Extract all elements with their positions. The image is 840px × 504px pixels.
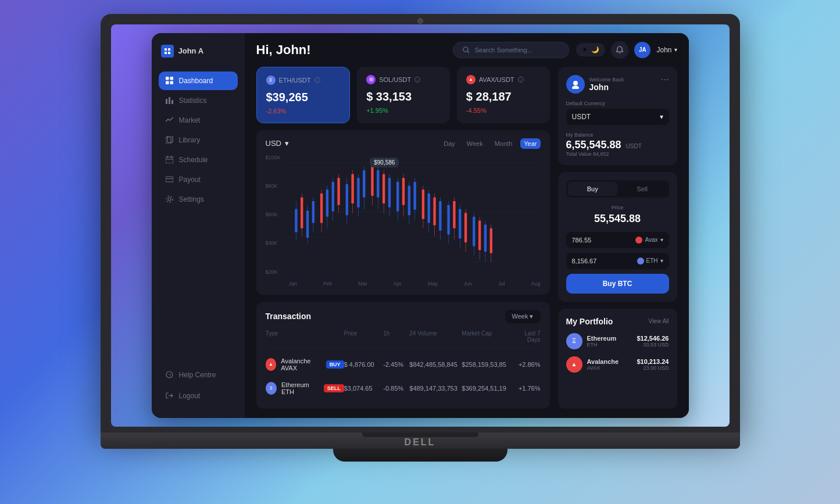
portfolio-item-eth[interactable]: Ξ Ethereum ETH $12,546.26 33.53 USD (566, 333, 669, 349)
search-bar[interactable]: Search Something... (453, 42, 569, 58)
sidebar-item-logout[interactable]: Logout (159, 387, 238, 405)
trade-input-eth[interactable]: 8,156.67 ETH ▾ (566, 253, 669, 269)
welcome-label: Welcome Back (589, 77, 624, 83)
time-btn-week[interactable]: Week (463, 138, 487, 149)
notification-button[interactable] (611, 41, 628, 59)
nav-dashboard-label: Dashboard (179, 77, 213, 85)
user-card-menu[interactable]: ⋯ (661, 75, 669, 84)
top-bar: Hi, John! Search Something... ☀ 🌙 (245, 33, 689, 67)
user-avatar-badge: JA (634, 42, 650, 58)
sidebar-item-dashboard[interactable]: Dashboard (159, 72, 238, 90)
dell-logo: DELL (405, 437, 436, 448)
avax-usd: 23.00 USD (637, 365, 669, 371)
portfolio-header: My Portfolio View All (566, 317, 669, 326)
table-row[interactable]: ▲ Avalanche AVAX BUY $ 4,876.00 -2.45% $… (266, 353, 541, 377)
svg-rect-101 (489, 228, 492, 253)
market-icon (166, 116, 173, 124)
currency-select[interactable]: USD ▾ (266, 139, 289, 148)
selected-currency: USDT (572, 113, 591, 121)
statistics-icon (166, 96, 173, 104)
nav-logout-label: Logout (179, 392, 201, 400)
eth-chevron-icon: ▾ (660, 258, 663, 264)
svg-rect-43 (306, 210, 308, 238)
svg-rect-3 (168, 52, 170, 54)
avax-portfolio-name: Avalanche (587, 358, 632, 365)
sidebar-user: John A (159, 45, 238, 58)
svg-rect-99 (484, 224, 486, 252)
avax-badge: BUY (326, 360, 344, 369)
ticker-card-eth[interactable]: Ξ ETH/USDT i $39,265 -2.63% (256, 67, 351, 123)
time-filters: Day Week Month Year (440, 138, 540, 149)
svg-rect-47 (320, 193, 322, 223)
ticker-card-avax[interactable]: ▲ AVAX/USDT i $ 28,187 -4.55% (457, 67, 550, 123)
trade-price-label: Price (566, 205, 669, 210)
svg-text:?: ? (169, 373, 171, 378)
ticker-card-sol[interactable]: ◎ SOL/USDT i $ 33,153 +1.95% (357, 67, 450, 123)
y-label-2: $60K (266, 212, 281, 217)
balance-amount: 6,55,545.88 (566, 139, 621, 151)
nav-schedule-label: Schedule (179, 156, 208, 164)
table-row[interactable]: Ξ Ethereum ETH SELL $3,074.65 -0.85% $48… (266, 377, 541, 401)
eth-portfolio-name: Ethereum (587, 335, 632, 342)
time-btn-day[interactable]: Day (440, 138, 459, 149)
user-menu-button[interactable]: John ▾ (656, 46, 677, 54)
svg-rect-81 (427, 193, 430, 223)
greeting: Hi, John! (256, 42, 446, 58)
sidebar-item-market[interactable]: Market (159, 111, 238, 130)
sell-tab[interactable]: Sell (617, 182, 667, 196)
svg-rect-93 (464, 213, 466, 242)
avax-7d: +2.86% (510, 361, 541, 368)
portfolio-item-avax[interactable]: ▲ Avalanche AVAX $10,213.24 23.00 USD (566, 356, 669, 373)
sidebar-item-payout[interactable]: Payout (159, 170, 238, 189)
sidebar-item-help[interactable]: ? Help Centre (159, 366, 238, 384)
svg-rect-1 (168, 48, 170, 51)
eth-currency-selector[interactable]: ETH ▾ (637, 258, 663, 264)
week-filter-label: Week ▾ (512, 313, 534, 320)
week-filter-button[interactable]: Week ▾ (505, 310, 541, 323)
y-label-3: $40K (266, 240, 281, 246)
currency-dropdown[interactable]: USDT ▾ (566, 109, 669, 125)
eth-input-value: 8,156.67 (572, 258, 597, 264)
sidebar-item-schedule[interactable]: Schedule (159, 151, 238, 169)
nav-settings-label: Settings (179, 195, 204, 203)
bell-icon (616, 46, 624, 54)
svg-line-25 (467, 51, 469, 53)
x-label-feb: Feb (323, 281, 333, 287)
x-label-jul: Jul (498, 281, 505, 287)
time-btn-year[interactable]: Year (520, 138, 540, 149)
chart-section: USD ▾ Day Week Month Year (256, 130, 550, 295)
view-all-button[interactable]: View All (649, 318, 669, 324)
currency-dropdown-icon: ▾ (660, 113, 663, 121)
buy-tab[interactable]: Buy (568, 182, 618, 196)
svg-rect-59 (357, 178, 359, 208)
nav-help-label: Help Centre (179, 371, 216, 379)
col-header-volume: 24 Volume (409, 330, 462, 343)
camera (417, 18, 423, 24)
user-display-name: John (656, 46, 671, 54)
avax-currency-selector[interactable]: Avax ▾ (635, 237, 663, 244)
sidebar-item-statistics[interactable]: Statistics (159, 91, 238, 110)
sidebar: John A Dashboard Statistics Market (152, 33, 245, 418)
trade-card: Buy Sell Price 55,545.88 786.55 Avax (558, 172, 677, 302)
svg-rect-73 (402, 178, 404, 205)
right-panel: Welcome Back John ⋯ Default Currency USD… (558, 67, 677, 409)
y-label-4: $20K (266, 269, 281, 275)
sidebar-item-settings[interactable]: Settings (159, 190, 238, 209)
trade-input-avax[interactable]: 786.55 Avax ▾ (566, 232, 669, 248)
avax-icon: ▲ (466, 75, 476, 84)
avax-price: $ 4,876.00 (344, 361, 384, 368)
svg-rect-67 (382, 174, 384, 203)
sidebar-item-library[interactable]: Library (159, 131, 238, 149)
theme-toggle[interactable]: ☀ 🌙 (576, 43, 605, 56)
x-label-aug: Aug (531, 281, 540, 287)
time-btn-month[interactable]: Month (491, 138, 516, 149)
eth-volume: $489,147,33,753 (409, 385, 462, 392)
avax-portfolio-info: Avalanche AVAX (587, 358, 632, 371)
buy-btc-button[interactable]: Buy BTC (566, 274, 669, 294)
svg-rect-61 (363, 170, 365, 197)
x-label-jan: Jan (289, 281, 298, 287)
user-card: Welcome Back John ⋯ Default Currency USD… (558, 67, 677, 165)
price-tooltip: $90,586 (370, 158, 399, 167)
svg-rect-89 (453, 201, 455, 228)
avax-currency-dot (635, 237, 642, 244)
